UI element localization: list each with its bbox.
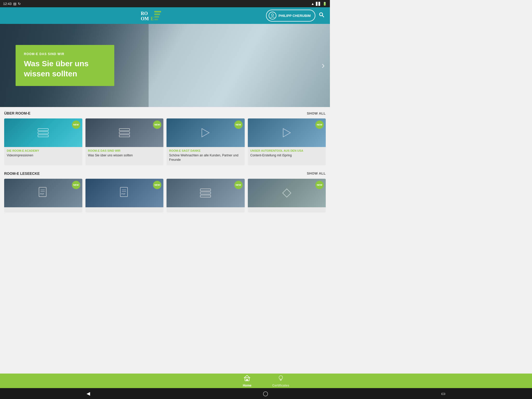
- svg-rect-5: [154, 16, 159, 18]
- sim-icon: ▤: [13, 2, 16, 6]
- wifi-icon: ▲: [311, 2, 314, 6]
- card-leseecke-1-body: [4, 207, 82, 212]
- hero-next-button[interactable]: ›: [322, 60, 325, 71]
- search-icon: [318, 12, 325, 18]
- card-leseecke-4-new-badge: NEW: [315, 181, 324, 189]
- svg-rect-10: [38, 129, 48, 131]
- diamond-icon: [282, 188, 292, 198]
- card-leseecke-4[interactable]: NEW: [248, 179, 326, 212]
- card-leseecke-2-body: [85, 207, 164, 212]
- card-danke-bg: [167, 118, 245, 147]
- status-left: 12:43 ▤ ↻: [3, 2, 21, 6]
- svg-rect-4: [154, 14, 160, 15]
- card-wir-image: NEW: [85, 118, 164, 147]
- ueber-cards-grid: NEW DIE ROOM-E ACADEMY Videoimpressionen…: [4, 118, 326, 165]
- svg-rect-14: [119, 132, 130, 134]
- play2-icon: [281, 127, 293, 139]
- card-wir[interactable]: NEW ROOM-E DAS SIND WIR Was Sie über uns…: [85, 118, 164, 165]
- card-leseecke-4-bg: [248, 179, 326, 207]
- card-leseecke-3[interactable]: NEW: [167, 179, 245, 212]
- ueber-show-all[interactable]: SHOW ALL: [307, 111, 326, 115]
- card-danke-description: Schöne Weihnachten an alle Kunden, Partn…: [169, 153, 242, 162]
- svg-text:E: E: [151, 16, 154, 21]
- logo-svg: RO OM E: [141, 10, 162, 21]
- leseecke-show-all[interactable]: SHOW ALL: [307, 171, 326, 175]
- stack-icon: [37, 127, 49, 139]
- card-leseecke-3-image: NEW: [167, 179, 245, 207]
- card-academy-body: DIE ROOM-E ACADEMY Videoimpressionen: [4, 147, 82, 161]
- ueber-section-title: ÜBER ROOM-E: [4, 111, 30, 115]
- leseecke-cards-grid: PDF NEW PDF NEW: [4, 179, 326, 212]
- hero-title: Was Sie über uns wissen sollten: [24, 58, 106, 79]
- card-autorentool-image: NEW: [248, 118, 326, 147]
- card-danke-category: ROOM-E SAGT DANKE: [169, 149, 242, 152]
- card-autorentool-new-badge: NEW: [315, 121, 324, 129]
- svg-marker-16: [202, 129, 209, 137]
- svg-line-9: [322, 16, 324, 17]
- user-icon: [270, 13, 275, 18]
- card-academy-bg: [4, 118, 82, 147]
- svg-point-8: [320, 13, 323, 16]
- card-academy-description: Videoimpressionen: [7, 153, 80, 158]
- app-logo: RO OM E: [141, 10, 162, 21]
- card-danke-new-badge: NEW: [234, 121, 243, 129]
- svg-rect-3: [154, 11, 161, 12]
- sync-icon: ↻: [18, 2, 21, 6]
- card-danke[interactable]: NEW ROOM-E SAGT DANKE Schöne Weihnachten…: [167, 118, 245, 165]
- svg-point-7: [271, 14, 274, 16]
- pdf-icon-1: PDF: [38, 187, 48, 199]
- card-wir-category: ROOM-E DAS SIND WIR: [88, 149, 161, 152]
- header-right: PHILIPP CHERUBIM: [266, 10, 325, 22]
- card-academy[interactable]: NEW DIE ROOM-E ACADEMY Videoimpressionen: [4, 118, 82, 165]
- card-leseecke-1-new-badge: NEW: [72, 181, 80, 189]
- search-button[interactable]: [318, 12, 325, 19]
- card-leseecke-1[interactable]: PDF NEW: [4, 179, 82, 212]
- svg-marker-17: [283, 129, 290, 137]
- svg-text:RO: RO: [141, 11, 148, 16]
- card-autorentool[interactable]: NEW UNSER AUTORENTOOL AUS DEN USA Conten…: [248, 118, 326, 165]
- card-wir-new-badge: NEW: [153, 121, 161, 129]
- svg-rect-13: [119, 129, 130, 131]
- card-autorentool-body: UNSER AUTORENTOOL AUS DEN USA Content-Er…: [248, 147, 326, 161]
- card-academy-image: NEW: [4, 118, 82, 147]
- card-autorentool-category: UNSER AUTORENTOOL AUS DEN USA: [250, 149, 323, 152]
- card-danke-body: ROOM-E SAGT DANKE Schöne Weihnachten an …: [167, 147, 245, 165]
- signal-icon: ▋▋: [316, 2, 321, 6]
- card-leseecke-3-bg: [167, 179, 245, 207]
- hero-subtitle: ROOM-E DAS SIND WIR: [24, 52, 106, 56]
- svg-rect-6: [154, 19, 158, 20]
- card-leseecke-1-image: PDF NEW: [4, 179, 82, 207]
- svg-rect-28: [200, 195, 211, 197]
- card-leseecke-3-body: [167, 207, 245, 212]
- svg-rect-27: [200, 192, 211, 194]
- svg-rect-12: [38, 135, 48, 137]
- card-leseecke-2-new-badge: NEW: [153, 181, 161, 189]
- status-right: ▲ ▋▋ 🔋: [311, 2, 327, 6]
- card-leseecke-3-new-badge: NEW: [234, 181, 243, 189]
- svg-text:PDF: PDF: [40, 193, 44, 195]
- stack2-icon: [118, 127, 131, 139]
- card-academy-category: DIE ROOM-E ACADEMY: [7, 149, 80, 152]
- card-danke-image: NEW: [167, 118, 245, 147]
- time-display: 12:43: [3, 2, 12, 6]
- ueber-section: ÜBER ROOM-E SHOW ALL NEW DIE ROOM-E ACAD…: [0, 107, 330, 165]
- card-leseecke-2-bg: PDF: [85, 179, 164, 207]
- svg-marker-29: [283, 189, 291, 197]
- card-leseecke-2[interactable]: PDF NEW: [85, 179, 164, 212]
- svg-text:PDF: PDF: [121, 193, 125, 195]
- hero-content-box[interactable]: ROOM-E DAS SIND WIR Was Sie über uns wis…: [16, 45, 114, 86]
- user-name: PHILIPP CHERUBIM: [278, 14, 311, 18]
- user-profile-button[interactable]: PHILIPP CHERUBIM: [266, 10, 315, 22]
- ueber-section-header: ÜBER ROOM-E SHOW ALL: [4, 111, 326, 115]
- leseecke-section-title: ROOM-E LESEECKE: [4, 171, 40, 176]
- battery-icon: 🔋: [323, 2, 327, 6]
- card-autorentool-description: Content-Erstellung mit iSpring: [250, 153, 323, 158]
- svg-rect-22: [120, 187, 128, 197]
- card-leseecke-1-bg: PDF: [4, 179, 82, 207]
- leseecke-section-header: ROOM-E LESEECKE SHOW ALL: [4, 171, 326, 176]
- svg-rect-11: [38, 132, 48, 134]
- svg-rect-26: [200, 189, 211, 191]
- status-bar: 12:43 ▤ ↻ ▲ ▋▋ 🔋: [0, 0, 330, 7]
- app-header: RO OM E PHILIPP CHERUBIM: [0, 7, 330, 24]
- card-wir-bg: [85, 118, 164, 147]
